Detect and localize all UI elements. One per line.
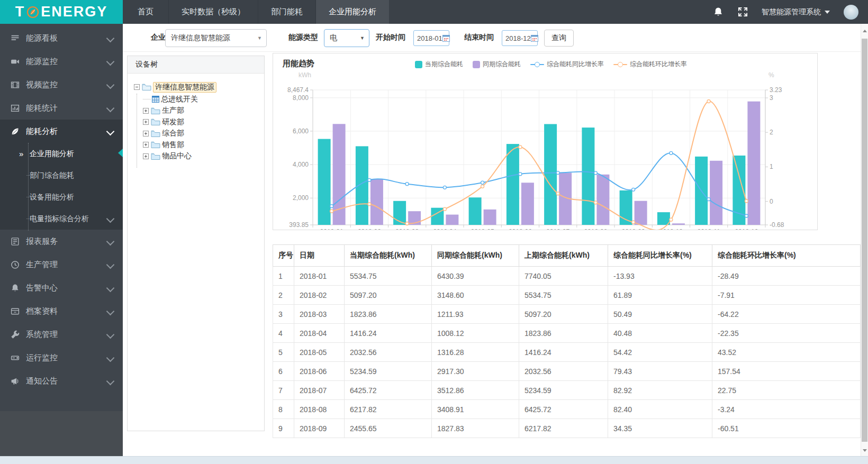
sidebar-item-report-service[interactable]: 报表服务	[0, 230, 123, 253]
tree-node-label[interactable]: 生产部	[162, 106, 184, 115]
tree-node-goods-center[interactable]: 物品中心	[143, 151, 264, 162]
end-date-field	[502, 30, 538, 46]
cell: 3148.60	[432, 286, 519, 305]
sidebar-subitem-device-energy[interactable]: 设备用能分析	[0, 186, 123, 208]
folder-icon	[151, 107, 160, 115]
sidebar-item-label: 能耗统计	[26, 103, 58, 113]
tree-node-label[interactable]: 物品中心	[162, 151, 192, 161]
cell: 6217.82	[345, 400, 432, 419]
fullscreen-icon[interactable]	[737, 7, 748, 17]
energy-trend-chart: 8,467.48,0006,0004,0002,000393.853.23321…	[273, 53, 817, 230]
sidebar-item-notice[interactable]: 通知公告	[0, 369, 123, 393]
query-button[interactable]: 查询	[544, 30, 574, 47]
sidebar-item-video-monitoring[interactable]: 视频监控	[0, 73, 123, 96]
cell: 5097.20	[519, 305, 608, 324]
video-camera-icon	[11, 57, 20, 66]
expand-box-icon[interactable]	[143, 108, 149, 114]
expand-box-icon[interactable]	[143, 131, 149, 137]
tree-node-general[interactable]: 综合部	[143, 128, 264, 140]
tree-connector-line	[137, 94, 137, 168]
tree-node-sales[interactable]: 销售部	[143, 139, 264, 151]
table-row: 22018-025097.203148.605534.7561.89-7.91	[273, 286, 861, 305]
nav-tab-home[interactable]: 首页	[123, 0, 168, 24]
cell: 54.42	[608, 343, 712, 362]
cell: 79.43	[608, 362, 712, 381]
sidebar-item-operation-monitoring[interactable]: 运行监控	[0, 346, 123, 369]
sidebar-item-alarm-center[interactable]: 告警中心	[0, 276, 123, 299]
sidebar-subitem-department-energy[interactable]: 部门综合能耗	[0, 165, 123, 186]
cell: 2032.56	[345, 343, 432, 362]
tree-node-label[interactable]: 研发部	[162, 117, 184, 127]
collapse-box-icon[interactable]	[134, 84, 140, 90]
nav-tab-realtime-data[interactable]: 实时数据（秒级）	[168, 0, 258, 24]
tree-node-label[interactable]: 综合部	[162, 129, 184, 138]
scrollbar-thumb[interactable]	[862, 39, 867, 442]
svg-text:393.85: 393.85	[289, 221, 309, 229]
folder-icon	[151, 152, 160, 160]
sidebar-item-label: 告警中心	[26, 283, 58, 293]
svg-text:2: 2	[770, 129, 773, 136]
cell: 22.75	[712, 381, 861, 400]
company-select-value: 许继信息智慧能源	[171, 33, 230, 43]
svg-text:-0.68: -0.68	[770, 221, 784, 229]
svg-text:2018-08: 2018-08	[584, 228, 607, 230]
scroll-down-arrow[interactable]	[861, 447, 868, 454]
notification-bell-icon[interactable]	[713, 7, 724, 17]
svg-text:2018-05: 2018-05	[471, 228, 494, 230]
sidebar-item-energy-statistics[interactable]: 能耗统计	[0, 96, 123, 120]
sidebar-item-energy-dashboard[interactable]: 能源看板	[0, 26, 123, 50]
tree-node-label[interactable]: 销售部	[162, 140, 184, 150]
calendar-icon[interactable]	[442, 34, 450, 42]
nav-tab-department-energy[interactable]: 部门能耗	[258, 0, 315, 24]
company-select[interactable]: 许继信息智慧能源 ▼	[165, 29, 267, 47]
cell: -22.35	[712, 324, 861, 343]
cell: 82.92	[608, 381, 712, 400]
user-avatar[interactable]	[844, 5, 858, 20]
sidebar-subitem-power-index-analysis[interactable]: 电量指标综合分析	[0, 208, 123, 230]
sidebar-item-label: 档案资料	[26, 306, 58, 316]
sidebar-item-archives[interactable]: 档案资料	[0, 299, 123, 323]
sidebar: 能源看板 能源监控 视频监控 能耗统计 能耗分析 »	[0, 24, 123, 456]
cell: 5234.59	[345, 362, 432, 381]
sidebar-item-system-management[interactable]: 系统管理	[0, 323, 123, 346]
table-row: 42018-041416.241008.121823.8640.48-22.35	[273, 324, 861, 343]
tree-node-production[interactable]: 生产部	[143, 105, 264, 117]
start-date-input[interactable]	[414, 34, 442, 42]
energy-type-select[interactable]: 电 ▼	[324, 29, 369, 47]
tree-node-root[interactable]: 许继信息智慧能源	[134, 80, 264, 94]
tree-node-rd[interactable]: 研发部	[143, 116, 264, 128]
tree-node-label-root[interactable]: 许继信息智慧能源	[153, 82, 216, 93]
svg-text:6,000: 6,000	[293, 128, 309, 135]
sidebar-subitem-enterprise-analysis[interactable]: » 企业用能分析	[0, 143, 123, 165]
chevron-down-icon	[107, 104, 113, 113]
system-name-menu[interactable]: 智慧能源管理系统	[762, 7, 830, 17]
expand-box-icon[interactable]	[143, 119, 149, 125]
bar-chart-icon	[11, 104, 20, 113]
sidebar-item-energy-analysis[interactable]: 能耗分析	[0, 120, 123, 143]
calendar-icon[interactable]	[531, 34, 538, 42]
svg-text:1: 1	[770, 163, 773, 170]
clock-icon	[11, 260, 20, 269]
col-header-mom: 综合能耗环比增长率(%)	[712, 245, 861, 267]
cell: 1823.86	[345, 305, 432, 324]
tree-node-label[interactable]: 总进线开关	[161, 95, 198, 104]
cell: 2455.65	[345, 419, 432, 438]
top-header: TENERGY 首页 实时数据（秒级） 部门能耗 企业用能分析 智慧能源管理系统	[0, 0, 868, 24]
cell: 50.49	[608, 305, 712, 324]
scroll-up-arrow[interactable]	[861, 27, 868, 34]
svg-text:0: 0	[770, 198, 773, 205]
col-header-previous-period: 上期综合能耗(kWh)	[519, 245, 608, 267]
expand-box-icon[interactable]	[143, 142, 149, 148]
horizontal-scrollbar-track[interactable]	[0, 456, 868, 464]
device-tree-panel: 设备树 许继信息智慧能源 总进线开关 生产部 研发部	[127, 56, 265, 431]
end-date-input[interactable]	[502, 34, 531, 42]
expand-box-icon[interactable]	[143, 153, 149, 159]
system-name-label: 智慧能源管理系统	[762, 7, 821, 17]
tree-node-meter[interactable]: 总进线开关	[143, 94, 264, 105]
cell: 2917.30	[432, 362, 519, 381]
nav-tab-enterprise-analysis[interactable]: 企业用能分析	[315, 0, 389, 24]
vertical-scrollbar[interactable]	[861, 24, 868, 456]
cell: 8	[273, 400, 294, 419]
sidebar-item-energy-monitoring[interactable]: 能源监控	[0, 50, 123, 73]
sidebar-item-production-management[interactable]: 生产管理	[0, 253, 123, 276]
